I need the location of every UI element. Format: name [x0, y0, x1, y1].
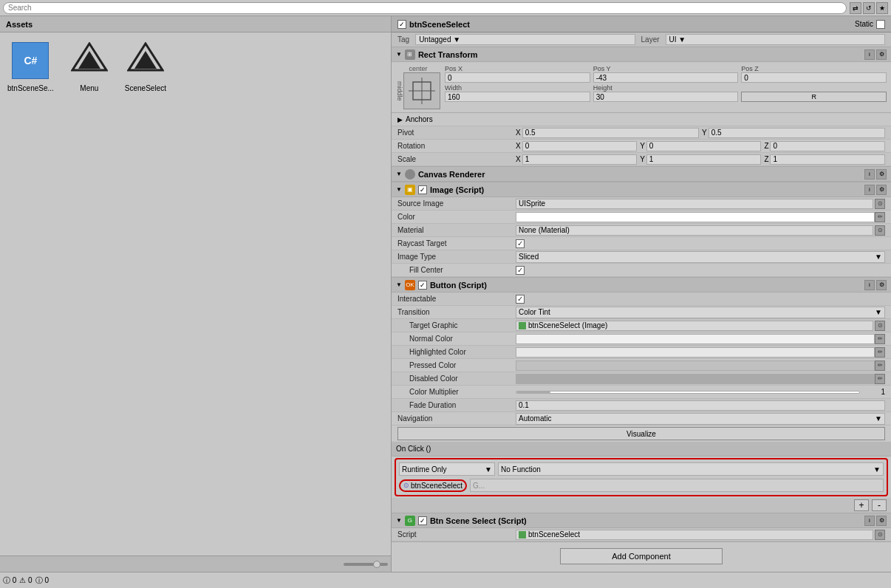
button-enabled-check: ✓: [420, 281, 426, 289]
disabled-color-field[interactable]: [516, 374, 875, 384]
pos-y-input[interactable]: [593, 72, 739, 83]
asset-item-sceneselect[interactable]: SceneSelect: [125, 40, 166, 92]
layer-label: Layer: [641, 35, 660, 44]
highlighted-color-picker[interactable]: ✏: [875, 347, 885, 358]
button-script-enabled[interactable]: ✓: [418, 281, 427, 290]
pos-z-group: Pos Z: [741, 65, 887, 83]
target-graphic-input[interactable]: btnSceneSelect (Image): [516, 321, 873, 331]
image-script-arrow[interactable]: ▼: [396, 186, 402, 193]
scale-z-input[interactable]: [770, 154, 885, 165]
script-ref-btn[interactable]: ⊙: [875, 530, 885, 540]
fade-duration-input[interactable]: [516, 400, 885, 411]
pivot-y-input[interactable]: [709, 128, 885, 138]
object-active-checkbox[interactable]: ✓: [397, 20, 406, 29]
pos-x-input[interactable]: [445, 72, 590, 83]
add-component-button[interactable]: Add Component: [560, 548, 723, 564]
tool-icon-2[interactable]: ↺: [863, 2, 875, 14]
tag-dropdown[interactable]: Untagged ▼: [415, 34, 635, 45]
inspector-panel: ✓ btnSceneSelect Static Tag Untagged ▼ L…: [392, 16, 891, 572]
btn-scene-select-settings: i ⚙: [864, 516, 887, 526]
source-image-input[interactable]: [516, 199, 873, 209]
anchors-arrow[interactable]: ▶: [397, 116, 403, 123]
material-row: Material ⊙: [392, 224, 891, 237]
color-picker-btn[interactable]: ✏: [875, 212, 885, 222]
canvas-renderer-arrow[interactable]: ▼: [396, 171, 402, 177]
pressed-color-field[interactable]: [516, 360, 875, 371]
image-type-dropdown[interactable]: Sliced ▼: [516, 251, 885, 263]
button-script-gear-btn[interactable]: ⚙: [876, 280, 887, 290]
rotation-z-input[interactable]: [770, 141, 885, 151]
scale-x-label: X: [516, 155, 521, 163]
color-multiplier-slider[interactable]: [516, 391, 860, 394]
raycast-checkbox[interactable]: ✓: [516, 239, 525, 248]
color-label: Color: [397, 213, 516, 221]
raycast-checkmark: ✓: [517, 239, 523, 247]
rect-transform-info-btn[interactable]: i: [864, 49, 875, 60]
rect-transform-title: Rect Transform: [418, 50, 861, 59]
btn-scene-select-info-btn[interactable]: i: [864, 516, 875, 526]
rotation-y-input[interactable]: [646, 141, 762, 151]
normal-color-picker[interactable]: ✏: [875, 334, 885, 344]
navigation-dropdown[interactable]: Automatic ▼: [516, 413, 885, 425]
transition-dropdown[interactable]: Color Tint ▼: [516, 307, 885, 318]
tool-icon-3[interactable]: ★: [876, 2, 888, 14]
btn-scene-select-enabled[interactable]: ✓: [418, 516, 427, 525]
visualize-button[interactable]: Visualize: [397, 427, 885, 440]
pressed-color-picker[interactable]: ✏: [875, 360, 885, 371]
pivot-x-input[interactable]: [522, 128, 699, 138]
image-script-gear-btn[interactable]: ⚙: [876, 185, 887, 195]
onclick-remove-btn[interactable]: -: [872, 499, 887, 511]
rotation-x-input[interactable]: [522, 141, 638, 151]
normal-color-field[interactable]: [516, 334, 875, 344]
asset-label-2: SceneSelect: [125, 84, 166, 92]
image-script-info-btn[interactable]: i: [864, 185, 875, 195]
script-input[interactable]: btnSceneSelect: [516, 530, 873, 540]
color-field[interactable]: [516, 212, 875, 222]
canvas-renderer-info-btn[interactable]: i: [864, 169, 875, 180]
btn-scene-select-arrow[interactable]: ▼: [396, 517, 402, 524]
button-script-header: ▼ OK ✓ Button (Script) i ⚙: [392, 278, 891, 293]
assets-bottom-bar: [0, 555, 391, 572]
image-script-enabled[interactable]: ✓: [418, 185, 427, 194]
scale-x-input[interactable]: [522, 154, 638, 165]
height-input[interactable]: [593, 92, 739, 102]
button-script-info-btn[interactable]: i: [864, 280, 875, 290]
center-label: center: [409, 65, 427, 72]
highlighted-color-row: Highlighted Color ✏: [392, 346, 891, 359]
canvas-renderer-gear-btn[interactable]: ⚙: [876, 169, 887, 180]
zoom-slider-container: [344, 563, 388, 566]
scale-y-input[interactable]: [646, 154, 762, 165]
rect-transform-arrow[interactable]: ▼: [396, 51, 402, 58]
layer-dropdown[interactable]: UI ▼: [666, 34, 885, 45]
scale-y-label: Y: [640, 155, 645, 163]
disabled-color-picker[interactable]: ✏: [875, 374, 885, 384]
asset-item-csharp[interactable]: C# btnSceneSe...: [7, 40, 54, 92]
source-image-ref-btn[interactable]: ⊙: [875, 199, 885, 209]
rect-transform-gear-btn[interactable]: ⚙: [876, 49, 887, 60]
rect-anchor-visual[interactable]: [403, 72, 440, 109]
width-input[interactable]: [445, 92, 590, 102]
button-script-settings: i ⚙: [864, 280, 887, 290]
image-script-icon: ▣: [405, 185, 415, 195]
search-input[interactable]: [3, 2, 847, 14]
highlighted-color-field[interactable]: [516, 347, 875, 358]
onclick-func-field: G...: [470, 479, 884, 492]
onclick-add-btn[interactable]: +: [854, 499, 869, 511]
static-checkbox[interactable]: [876, 20, 885, 29]
material-input[interactable]: [516, 225, 873, 236]
resize-btn[interactable]: R: [741, 92, 887, 102]
btn-scene-select-gear-btn[interactable]: ⚙: [876, 516, 887, 526]
onclick-obj-highlighted[interactable]: ⊙ btnSceneSelect: [399, 479, 467, 492]
interactable-checkbox[interactable]: ✓: [516, 295, 525, 304]
tool-icon-1[interactable]: ⇄: [850, 2, 861, 14]
target-graphic-ref-btn[interactable]: ⊙: [875, 321, 885, 331]
zoom-slider[interactable]: [344, 563, 388, 566]
material-ref-btn[interactable]: ⊙: [875, 225, 885, 236]
runtime-dropdown[interactable]: Runtime Only ▼: [399, 462, 495, 476]
button-script-arrow[interactable]: ▼: [396, 281, 402, 288]
fill-center-checkbox[interactable]: ✓: [516, 266, 525, 275]
pos-z-input[interactable]: [741, 72, 887, 83]
func-dropdown[interactable]: No Function ▼: [498, 462, 884, 476]
runtime-value: Runtime Only: [402, 465, 447, 474]
asset-item-menu[interactable]: Menu: [69, 40, 110, 92]
